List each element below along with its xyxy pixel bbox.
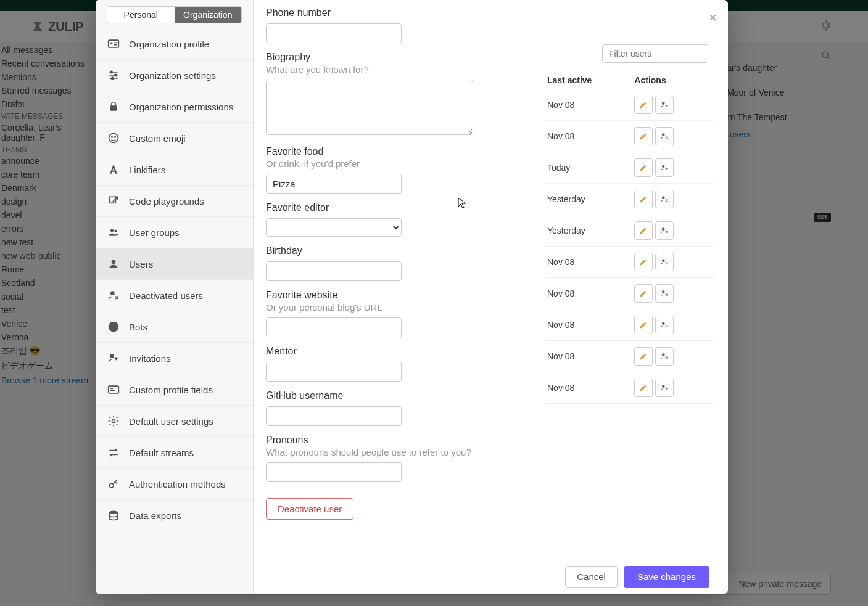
deactivate-user-button[interactable] xyxy=(655,158,674,177)
nav-label: Default user settings xyxy=(129,416,213,427)
nav-bots[interactable]: Bots xyxy=(96,311,253,343)
svg-point-22 xyxy=(110,354,114,358)
user-icon xyxy=(107,257,120,271)
last-active-cell: Nov 08 xyxy=(545,121,632,152)
save-changes-button[interactable]: Save changes xyxy=(624,566,709,588)
deactivate-user-button[interactable] xyxy=(655,316,674,334)
nav-org-permissions[interactable]: Organization permissions xyxy=(96,91,253,123)
table-row: Today xyxy=(545,152,714,184)
edit-user-button[interactable] xyxy=(634,127,653,145)
phone-input[interactable] xyxy=(266,23,402,43)
user-x-icon xyxy=(107,289,120,302)
last-active-cell: Yesterday xyxy=(545,215,632,247)
settings-scope-segment: Personal Organization xyxy=(107,6,242,23)
nav-linkifiers[interactable]: Linkifiers xyxy=(96,154,253,186)
edit-user-button[interactable] xyxy=(634,190,653,208)
nav-label: Invitations xyxy=(129,353,171,364)
svg-point-33 xyxy=(662,227,665,231)
edit-user-button[interactable] xyxy=(634,158,653,177)
edit-user-button[interactable] xyxy=(634,379,653,397)
edit-user-button[interactable] xyxy=(634,284,653,303)
deactivate-user-button[interactable] xyxy=(655,253,674,271)
svg-rect-25 xyxy=(110,390,115,391)
user-plus-icon xyxy=(107,351,120,365)
id-card-icon xyxy=(107,37,120,51)
nav-org-settings[interactable]: Organization settings xyxy=(96,60,253,91)
cancel-button[interactable]: Cancel xyxy=(565,566,618,588)
deactivate-user-button[interactable] xyxy=(655,221,674,240)
deactivate-user-button[interactable] xyxy=(655,190,674,208)
id-card-icon xyxy=(107,383,120,396)
edit-user-button[interactable] xyxy=(634,96,653,114)
deactivate-user-button[interactable] xyxy=(655,379,674,397)
nav-invitations[interactable]: Invitations xyxy=(96,343,253,374)
svg-point-36 xyxy=(662,322,665,325)
svg-point-18 xyxy=(114,229,117,232)
svg-point-14 xyxy=(112,137,113,138)
svg-point-26 xyxy=(112,420,115,423)
svg-rect-2 xyxy=(109,40,119,47)
nav-label: Authentication methods xyxy=(129,479,226,489)
exchange-icon xyxy=(107,446,120,459)
svg-point-10 xyxy=(115,74,117,76)
mentor-input[interactable] xyxy=(266,362,402,382)
website-input[interactable] xyxy=(266,317,402,337)
nav-custom-emoji[interactable]: Custom emoji xyxy=(96,123,253,154)
tab-personal[interactable]: Personal xyxy=(107,7,175,23)
edit-user-button[interactable] xyxy=(634,347,653,366)
nav-code-playgrounds[interactable]: Code playgrounds xyxy=(96,186,253,217)
nav-org-profile[interactable]: Organization profile xyxy=(96,28,253,60)
deactivate-user-button[interactable] xyxy=(655,347,674,366)
deactivate-user-button[interactable]: Deactivate user xyxy=(266,498,353,520)
phone-label: Phone number xyxy=(266,7,574,18)
edit-user-button[interactable] xyxy=(634,253,653,271)
edit-user-button[interactable] xyxy=(634,316,653,334)
svg-rect-4 xyxy=(114,43,118,44)
settings-sidebar: Personal Organization Organization profi… xyxy=(96,0,254,594)
external-link-icon xyxy=(107,194,120,208)
tab-organization[interactable]: Organization xyxy=(175,7,242,23)
svg-point-9 xyxy=(110,71,112,73)
nav-users[interactable]: Users xyxy=(96,248,253,280)
pronouns-input[interactable] xyxy=(266,462,402,482)
deactivate-user-button[interactable] xyxy=(655,284,674,303)
editor-select[interactable] xyxy=(266,218,402,237)
github-input[interactable] xyxy=(266,406,402,426)
users-panel: Last active Actions Nov 08Nov 08TodayYes… xyxy=(545,44,714,404)
deactivate-user-button[interactable] xyxy=(655,127,674,145)
nav-default-user-settings[interactable]: Default user settings xyxy=(96,406,253,437)
edit-user-button[interactable] xyxy=(634,221,653,240)
birthday-label: Birthday xyxy=(266,245,574,256)
nav-custom-profile-fields[interactable]: Custom profile fields xyxy=(96,374,253,406)
sliders-icon xyxy=(107,68,120,82)
svg-point-32 xyxy=(662,196,665,199)
svg-point-28 xyxy=(109,511,117,514)
nav-auth-methods[interactable]: Authentication methods xyxy=(96,469,253,500)
nav-label: Organization profile xyxy=(129,39,209,49)
nav-label: User groups xyxy=(129,227,180,238)
nav-user-groups[interactable]: User groups xyxy=(96,217,253,248)
food-input[interactable] xyxy=(266,174,402,194)
nav-label: Users xyxy=(129,259,153,269)
deactivate-user-button[interactable] xyxy=(655,96,674,114)
svg-point-21 xyxy=(109,322,119,332)
key-icon xyxy=(107,477,120,491)
nav-default-streams[interactable]: Default streams xyxy=(96,437,253,469)
mentor-label: Mentor xyxy=(266,346,574,357)
col-last-active[interactable]: Last active xyxy=(545,72,632,89)
bio-input[interactable] xyxy=(266,80,473,135)
nav-deactivated-users[interactable]: Deactivated users xyxy=(96,280,253,311)
nav-data-exports[interactable]: Data exports xyxy=(96,500,253,531)
svg-rect-5 xyxy=(114,44,117,46)
last-active-cell: Today xyxy=(545,152,632,184)
svg-point-3 xyxy=(110,43,112,44)
nav-label: Data exports xyxy=(129,510,181,521)
nav-label: Bots xyxy=(129,322,147,332)
filter-users-input[interactable] xyxy=(602,44,708,63)
settings-modal: × Personal Organization Organization pro… xyxy=(96,0,728,594)
last-active-cell: Nov 08 xyxy=(545,372,632,404)
birthday-input[interactable] xyxy=(266,261,402,281)
nav-label: Organization settings xyxy=(129,70,216,81)
table-row: Nov 08 xyxy=(545,309,714,341)
last-active-cell: Nov 08 xyxy=(545,247,632,278)
